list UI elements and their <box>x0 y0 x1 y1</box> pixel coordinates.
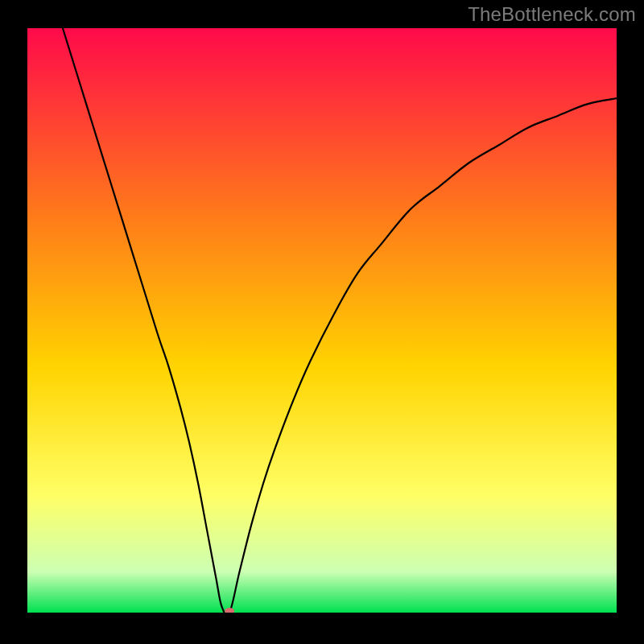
watermark-text: TheBottleneck.com <box>468 3 636 26</box>
plot-area <box>27 28 617 613</box>
outer-frame: TheBottleneck.com <box>0 0 644 644</box>
chart-svg <box>27 28 617 613</box>
gradient-background <box>27 28 617 613</box>
